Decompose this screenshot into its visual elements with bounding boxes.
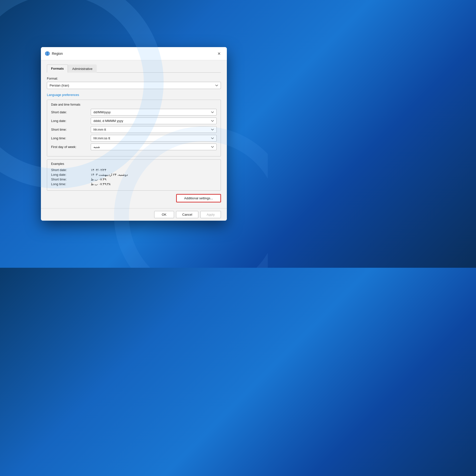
date-time-formats-group: Date and time formats Short date: dd/MM/… [47, 100, 221, 156]
region-dialog: Region ✕ Formats Administrative Format: … [41, 47, 227, 221]
first-day-label: First day of week: [51, 145, 91, 149]
example-short-date-row: Short date: ۱۴۰۳/۰۲/۲۴ [51, 168, 217, 172]
format-label: Format: [47, 77, 221, 80]
format-select[interactable]: Persian (Iran) [47, 82, 221, 89]
tab-administrative[interactable]: Administrative [68, 64, 97, 73]
cancel-button[interactable]: Cancel [176, 211, 198, 218]
examples-legend: Examples [51, 162, 217, 166]
example-long-date-value: دوشنبه، ۲۴ اردیبهشت ۱۴۰۳ [91, 173, 128, 177]
globe-icon [45, 51, 50, 56]
long-date-label: Long date: [51, 119, 91, 123]
language-preferences-link[interactable]: Language preferences [47, 93, 221, 97]
dialog-footer: OK Cancel Apply [41, 208, 227, 221]
example-long-date-label: Long date: [51, 173, 91, 177]
example-long-time-value: ۰۷:۴۹:۳۸ ب.ظ [91, 182, 111, 186]
example-short-time-row: Short time: ۰۷:۴۹ ب.ظ [51, 178, 217, 181]
short-date-row: Short date: dd/MM/yyyy [51, 109, 217, 116]
long-date-row: Long date: dddd, d MMMM yyyy [51, 118, 217, 124]
short-date-label: Short date: [51, 110, 91, 114]
example-short-date-value: ۱۴۰۳/۰۲/۲۴ [91, 168, 106, 172]
first-day-select[interactable]: شنبه [91, 144, 217, 150]
example-short-time-value: ۰۷:۴۹ ب.ظ [91, 178, 106, 181]
example-short-time-label: Short time: [51, 178, 91, 181]
title-bar: Region ✕ [41, 47, 227, 60]
short-time-select[interactable]: hh:mm tt [91, 126, 217, 133]
examples-group: Examples Short date: ۱۴۰۳/۰۲/۲۴ Long dat… [47, 159, 221, 191]
apply-button[interactable]: Apply [200, 211, 221, 218]
date-time-formats-legend: Date and time formats [51, 103, 217, 106]
additional-settings-button[interactable]: Additional settings... [176, 194, 221, 202]
short-time-row: Short time: hh:mm tt [51, 126, 217, 133]
example-short-date-label: Short date: [51, 168, 91, 172]
first-day-row: First day of week: شنبه [51, 144, 217, 150]
additional-settings-container: Additional settings... [47, 194, 221, 202]
long-time-select[interactable]: hh:mm:ss tt [91, 135, 217, 142]
example-long-time-row: Long time: ۰۷:۴۹:۳۸ ب.ظ [51, 182, 217, 186]
tab-bar: Formats Administrative [47, 64, 221, 73]
short-time-label: Short time: [51, 128, 91, 131]
ok-button[interactable]: OK [154, 211, 174, 218]
long-date-select[interactable]: dddd, d MMMM yyyy [91, 118, 217, 124]
example-long-date-row: Long date: دوشنبه، ۲۴ اردیبهشت ۱۴۰۳ [51, 173, 217, 177]
long-time-label: Long time: [51, 136, 91, 140]
long-time-row: Long time: hh:mm:ss tt [51, 135, 217, 142]
example-long-time-label: Long time: [51, 182, 91, 186]
window-title: Region [52, 52, 213, 56]
close-button[interactable]: ✕ [215, 50, 223, 58]
dialog-content: Formats Administrative Format: Persian (… [41, 60, 227, 208]
tab-formats[interactable]: Formats [47, 64, 68, 73]
short-date-select[interactable]: dd/MM/yyyy [91, 109, 217, 116]
